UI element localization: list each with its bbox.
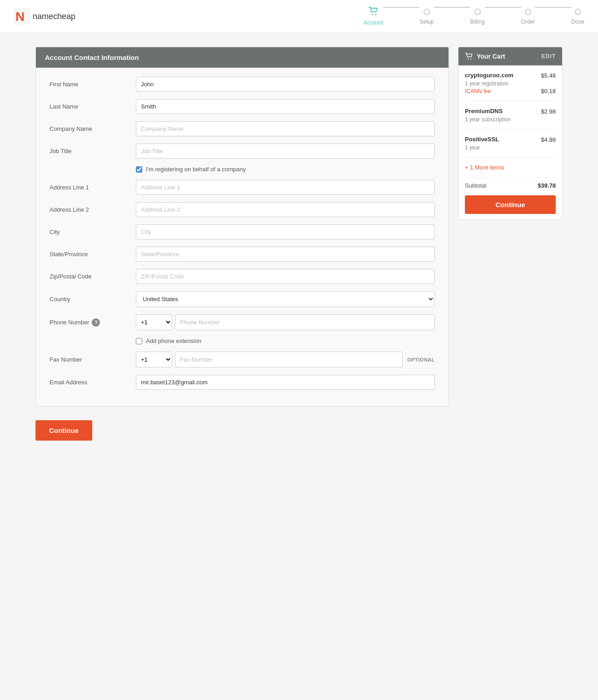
bottom-section: Continue bbox=[26, 420, 572, 459]
subtotal-price: $39.78 bbox=[538, 182, 556, 189]
country-row: Country United States Canada United King… bbox=[50, 291, 435, 307]
job-title-label: Job Title bbox=[50, 148, 131, 154]
step-account: Account bbox=[364, 7, 383, 26]
address2-label: Address Line 2 bbox=[50, 206, 131, 213]
svg-point-4 bbox=[468, 59, 468, 60]
address2-input[interactable] bbox=[136, 202, 435, 217]
cart-item-dns-row: PremiumDNS $2.98 bbox=[465, 108, 556, 115]
svg-text:N: N bbox=[15, 10, 25, 24]
step-dot-order bbox=[525, 9, 531, 15]
fax-label: Fax Number bbox=[50, 356, 131, 363]
form-title: Account Contact Information bbox=[45, 54, 139, 61]
phone-code-select[interactable]: +1 +44 +61 bbox=[136, 314, 172, 330]
first-name-input[interactable] bbox=[136, 77, 435, 92]
step-dot-setup bbox=[424, 9, 430, 15]
cart-item-domain-row: cryptoguroo.com $5.48 bbox=[465, 72, 556, 79]
step-dot-done bbox=[575, 9, 581, 15]
email-input[interactable] bbox=[136, 375, 435, 390]
last-name-label: Last Name bbox=[50, 103, 131, 110]
zip-row: Zip/Postal Code bbox=[50, 269, 435, 284]
connector-1 bbox=[383, 7, 419, 8]
more-items-link[interactable]: + 1 More items bbox=[465, 164, 556, 171]
cart-item-ssl-row: PositiveSSL $4.98 bbox=[465, 136, 556, 144]
svg-point-2 bbox=[372, 14, 373, 15]
cart-item-dns-sub: 1 year subscription bbox=[465, 116, 511, 123]
cart-item-dns-name: PremiumDNS bbox=[465, 108, 503, 114]
job-title-input[interactable] bbox=[136, 144, 435, 159]
step-order-label: Order bbox=[521, 19, 535, 25]
cart-icon bbox=[369, 7, 379, 16]
cart-item-domain: cryptoguroo.com $5.48 1 year registratio… bbox=[465, 72, 556, 101]
company-checkbox[interactable] bbox=[136, 166, 142, 173]
cart-header-left: Your Cart bbox=[465, 53, 505, 60]
company-name-input[interactable] bbox=[136, 121, 435, 136]
connector-4 bbox=[535, 7, 571, 8]
company-name-row: Company Name bbox=[50, 121, 435, 136]
phone-inputs: +1 +44 +61 bbox=[136, 314, 435, 330]
fax-inputs: +1 +44 bbox=[136, 352, 403, 367]
address1-input[interactable] bbox=[136, 180, 435, 195]
connector-3 bbox=[485, 7, 521, 8]
cart-edit-button[interactable]: EDIT bbox=[542, 53, 556, 60]
state-label: State/Province bbox=[50, 251, 131, 258]
country-select[interactable]: United States Canada United Kingdom Aust… bbox=[136, 291, 435, 307]
step-billing: Billing bbox=[470, 7, 485, 25]
fax-code-select[interactable]: +1 +44 bbox=[136, 352, 172, 367]
zip-input[interactable] bbox=[136, 269, 435, 284]
job-title-row: Job Title bbox=[50, 144, 435, 159]
header: N namecheap Account Setup bbox=[0, 0, 598, 33]
cart-item-ssl-sub-row: 1 year bbox=[465, 144, 556, 151]
last-name-input[interactable] bbox=[136, 99, 435, 114]
cart-item-domain-name: cryptoguroo.com bbox=[465, 72, 513, 79]
first-name-label: First Name bbox=[50, 81, 131, 88]
cart-subtotal: Subtotal $39.78 bbox=[465, 177, 556, 189]
svg-point-3 bbox=[375, 14, 376, 15]
phone-help-icon[interactable]: ? bbox=[92, 318, 100, 327]
step-setup: Setup bbox=[419, 7, 434, 25]
email-label: Email Address bbox=[50, 379, 131, 386]
step-done: Done bbox=[571, 7, 584, 25]
city-input[interactable] bbox=[136, 224, 435, 239]
cart-title: Your Cart bbox=[477, 53, 505, 60]
fax-row: Fax Number +1 +44 OPTIONAL bbox=[50, 352, 435, 367]
city-row: City bbox=[50, 224, 435, 239]
logo: N namecheap bbox=[14, 8, 75, 25]
step-order: Order bbox=[521, 7, 535, 25]
cart-icann-label: ICANN fee bbox=[465, 88, 491, 94]
company-checkbox-label: I'm registering on behalf of a company bbox=[146, 166, 246, 173]
cart-item-dns-price: $2.98 bbox=[541, 108, 556, 115]
phone-row: Phone Number ? +1 +44 +61 bbox=[50, 314, 435, 330]
logo-text: namecheap bbox=[33, 12, 75, 21]
main-content: Account Contact Information First Name L… bbox=[26, 47, 572, 407]
first-name-row: First Name bbox=[50, 77, 435, 92]
connector-2 bbox=[434, 7, 470, 8]
cart-sidebar: Your Cart EDIT cryptoguroo.com $5.48 1 y… bbox=[458, 47, 563, 220]
step-dot-billing bbox=[474, 9, 481, 15]
subtotal-label: Subtotal bbox=[465, 182, 487, 189]
cart-item-icann-row: ICANN fee $0.18 bbox=[465, 88, 556, 94]
continue-button-bottom[interactable]: Continue bbox=[35, 420, 92, 441]
extension-row: Add phone extension bbox=[136, 338, 435, 344]
continue-button-sidebar[interactable]: Continue bbox=[465, 195, 556, 214]
state-input[interactable] bbox=[136, 247, 435, 262]
address1-label: Address Line 1 bbox=[50, 184, 131, 191]
cart-body: cryptoguroo.com $5.48 1 year registratio… bbox=[458, 65, 562, 219]
svg-point-5 bbox=[470, 59, 471, 60]
extension-checkbox[interactable] bbox=[136, 338, 142, 344]
step-done-label: Done bbox=[571, 19, 584, 25]
fax-number-input[interactable] bbox=[175, 352, 403, 367]
cart-item-ssl-name: PositiveSSL bbox=[465, 136, 499, 143]
form-body: First Name Last Name Company Name Job Ti… bbox=[36, 68, 448, 406]
last-name-row: Last Name bbox=[50, 99, 435, 114]
cart-header: Your Cart EDIT bbox=[458, 47, 562, 65]
phone-number-input[interactable] bbox=[175, 314, 435, 330]
logo-icon: N bbox=[14, 8, 30, 25]
step-account-label: Account bbox=[364, 20, 383, 26]
phone-label: Phone Number bbox=[50, 319, 89, 326]
cart-item-dns-sub-row: 1 year subscription bbox=[465, 116, 556, 123]
address1-row: Address Line 1 bbox=[50, 180, 435, 195]
cart-item-dns: PremiumDNS $2.98 1 year subscription bbox=[465, 108, 556, 129]
country-label: Country bbox=[50, 296, 131, 303]
phone-label-area: Phone Number ? bbox=[50, 318, 131, 327]
company-checkbox-row: I'm registering on behalf of a company bbox=[136, 166, 435, 173]
